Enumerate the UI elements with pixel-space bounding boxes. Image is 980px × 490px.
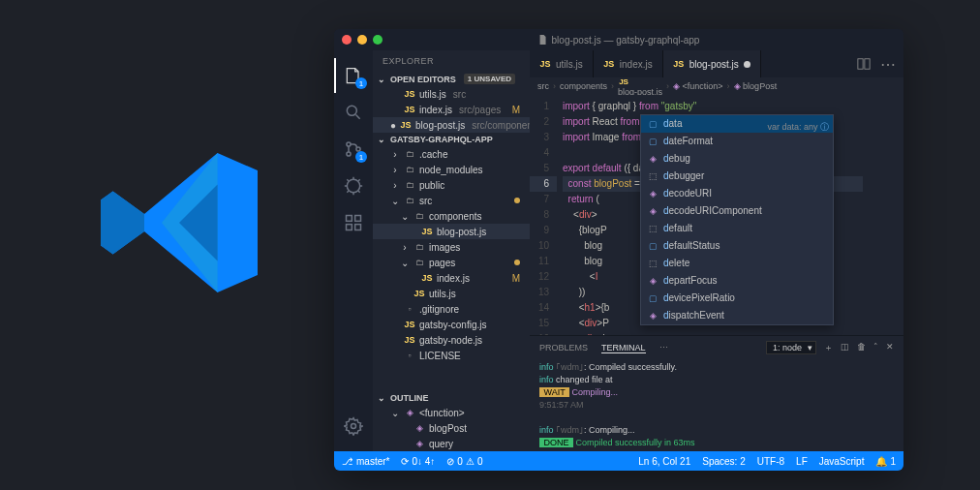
breadcrumb-item[interactable]: src [537,81,549,91]
editor-tab[interactable]: JSindex.js [594,50,663,77]
vscode-logo [92,136,266,310]
intellisense-item[interactable]: ⬚default [641,220,833,237]
scm-badge: 1 [355,151,367,163]
close-window-icon[interactable] [342,35,352,45]
cursor-position[interactable]: Ln 6, Col 21 [638,456,690,467]
more-icon[interactable]: ⋯ [880,55,896,74]
debug-icon[interactable] [334,168,373,203]
intellisense-popup[interactable]: var data: any ⓘ ▢data▢dateFormat◈debug⬚d… [640,114,834,325]
file-tree-item[interactable]: ›🗀.cache [373,146,530,162]
svg-point-4 [347,179,359,192]
chevron-down-icon: ⌄ [377,393,386,403]
search-icon[interactable] [334,95,373,130]
terminal-tab[interactable]: TERMINAL [601,343,646,353]
sync-status[interactable]: ⟳ 0↓ 4↑ [401,456,435,467]
outline-item[interactable]: ◈query [373,436,530,451]
svg-rect-5 [347,216,352,222]
new-terminal-icon[interactable]: ＋ [824,342,833,354]
editor-window: blog-post.js — gatsby-graphql-app 1 1 [334,29,903,471]
intellisense-item[interactable]: ◈decodeURIComponent [641,202,833,220]
intellisense-item[interactable]: ▢defaultStatus [641,237,833,255]
intellisense-item[interactable]: ⬚delete [641,255,833,272]
panel-more-icon[interactable]: ⋯ [659,343,668,352]
intellisense-item[interactable]: ⬚debugger [641,168,833,185]
file-tree-item[interactable]: ▫.gitignore [373,301,530,317]
unsaved-badge: 1 UNSAVED [464,74,515,84]
editor-tab[interactable]: JSblog-post.js [663,50,761,77]
notifications-icon[interactable]: 🔔 1 [875,456,896,467]
breadcrumb-item[interactable]: ◈ blogPost [734,81,778,91]
code-editor[interactable]: 1234567891011121314151617181920 import {… [530,95,903,335]
bottom-panel: PROBLEMS TERMINAL ⋯ 1: node ▾ ＋ ◫ 🗑 ˄ ✕ [530,335,903,451]
kill-terminal-icon[interactable]: 🗑 [857,342,866,354]
explorer-icon[interactable]: 1 [334,58,373,93]
close-panel-icon[interactable]: ✕ [886,342,894,354]
file-tree-item[interactable]: JSindex.jsM [373,270,530,286]
outline-item[interactable]: ⌄◈<function> [373,405,530,420]
file-tree-item[interactable]: ⌄🗀src [373,193,530,208]
window-title: blog-post.js — gatsby-graphql-app [538,35,700,46]
explorer-badge: 1 [355,77,367,89]
terminal-output[interactable]: info ｢wdm｣: Compiled successfully.info c… [530,359,903,451]
svg-rect-7 [347,225,352,230]
language-mode[interactable]: JavaScript [819,456,865,467]
source-control-icon[interactable]: 1 [334,132,373,167]
tab-bar: JSutils.jsJSindex.jsJSblog-post.js ⋯ [530,50,903,77]
outline-header[interactable]: ⌄ OUTLINE [373,391,530,405]
maximize-window-icon[interactable] [373,35,383,45]
problems-status[interactable]: ⊘ 0 ⚠ 0 [446,456,482,467]
open-editor-item[interactable]: JSutils.jssrc [373,86,530,102]
branch-status[interactable]: ⎇ master* [342,456,389,467]
file-tree-item[interactable]: JSgatsby-node.js [373,332,530,348]
problems-tab[interactable]: PROBLEMS [539,343,588,352]
breadcrumb-item[interactable]: components [560,81,607,91]
svg-rect-11 [865,59,870,70]
open-editor-item[interactable]: JSindex.jssrc/pagesM [373,102,530,117]
intellisense-detail: var data: any ⓘ [767,119,829,135]
titlebar: blog-post.js — gatsby-graphql-app [334,29,903,50]
intellisense-item[interactable]: ◈decodeURI [641,185,833,202]
settings-icon[interactable] [334,409,373,444]
eol[interactable]: LF [796,456,808,467]
svg-rect-8 [355,225,361,230]
file-tree-item[interactable]: ›🗀node_modules [373,162,530,177]
breadcrumb-item[interactable]: ◈ <function> [673,81,723,91]
file-tree-item[interactable]: JSutils.js [373,286,530,301]
intellisense-item[interactable]: ◈departFocus [641,272,833,290]
minimize-window-icon[interactable] [357,35,367,45]
encoding[interactable]: UTF-8 [757,456,784,467]
breadcrumb[interactable]: src›components›JS blog-post.js›◈ <functi… [530,77,903,95]
minimap[interactable] [863,95,903,335]
chevron-down-icon: ⌄ [377,135,386,144]
file-tree-item[interactable]: ⌄🗀pages [373,255,530,270]
intellisense-item[interactable]: ▢dateFormat [641,133,833,150]
workspace-header[interactable]: ⌄ GATSBY-GRAPHQL-APP [373,133,530,146]
sidebar: EXPLORER ⌄ OPEN EDITORS 1 UNSAVED JSutil… [373,50,530,451]
svg-rect-10 [858,59,863,70]
split-editor-icon[interactable] [857,57,871,71]
breadcrumb-item[interactable]: JS blog-post.js [618,76,662,97]
svg-point-0 [347,106,356,115]
editor-tab[interactable]: JSutils.js [530,50,594,77]
editor-area: JSutils.jsJSindex.jsJSblog-post.js ⋯ src… [530,50,903,451]
intellisense-item[interactable]: ▢devicePixelRatio [641,290,833,307]
file-tree-item[interactable]: JSblog-post.js [373,224,530,239]
outline-item[interactable]: ◈blogPost [373,420,530,436]
intellisense-item[interactable]: ◈debug [641,150,833,168]
file-tree-item[interactable]: ›🗀public [373,177,530,193]
svg-point-1 [347,142,351,146]
open-editors-header[interactable]: ⌄ OPEN EDITORS 1 UNSAVED [373,72,530,86]
status-bar: ⎇ master* ⟳ 0↓ 4↑ ⊘ 0 ⚠ 0 Ln 6, Col 21 S… [334,451,903,471]
maximize-panel-icon[interactable]: ˄ [873,342,878,354]
indentation[interactable]: Spaces: 2 [702,456,745,467]
extensions-icon[interactable] [334,205,373,240]
terminal-select[interactable]: 1: node ▾ [766,341,816,354]
svg-rect-6 [355,216,361,222]
file-tree-item[interactable]: ⌄🗀components [373,208,530,224]
split-terminal-icon[interactable]: ◫ [841,342,849,354]
open-editor-item[interactable]: ●JSblog-post.jssrc/components [373,117,530,133]
file-tree-item[interactable]: ▫LICENSE [373,348,530,363]
file-tree-item[interactable]: JSgatsby-config.js [373,317,530,332]
file-tree-item[interactable]: ›🗀images [373,239,530,255]
intellisense-item[interactable]: ◈dispatchEvent [641,307,833,324]
